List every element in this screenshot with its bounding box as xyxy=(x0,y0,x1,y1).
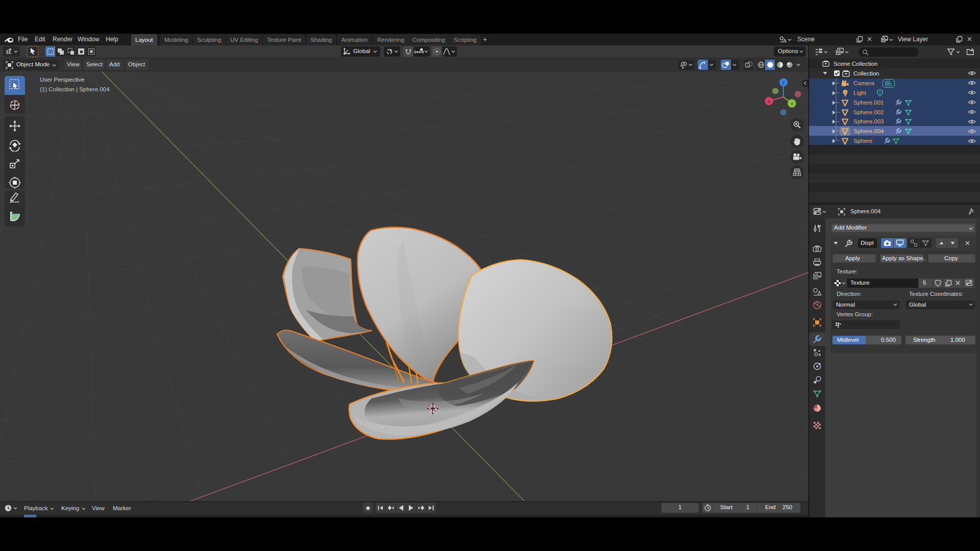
svg-text:Z: Z xyxy=(782,80,785,85)
svg-text:Y: Y xyxy=(790,102,793,107)
svg-text:X: X xyxy=(767,99,770,104)
